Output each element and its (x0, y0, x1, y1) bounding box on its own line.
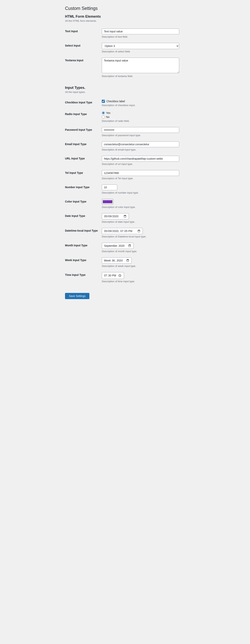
table-row: Datetime-local Input Type Description of… (65, 226, 185, 240)
table-row: Checkbox Input Type Checkbox label Descr… (65, 98, 185, 109)
save-settings-button[interactable]: Save Settings (65, 293, 89, 299)
week-input[interactable] (102, 258, 131, 264)
select-input-desc: Description of select field. (102, 50, 185, 53)
table-row: Week Input Type Description of week inpu… (65, 255, 185, 270)
textarea-input[interactable]: Textarea input value (102, 58, 179, 73)
table-row: Month Input Type Description of month in… (65, 240, 185, 255)
field-label-textarea-input: Textarea Input (65, 55, 100, 80)
page-title: Custom Settings (65, 6, 185, 11)
table-row: Time Input Type Description of time inpu… (65, 270, 185, 285)
field-label-color-input: Color Input Type (65, 196, 100, 211)
date-input[interactable] (102, 213, 129, 220)
month-input[interactable] (102, 243, 133, 249)
radio-input-no[interactable] (102, 116, 105, 118)
table-row: Number Input Type Description of number … (65, 182, 185, 196)
checkbox-input-desc: Description of checkbox input. (102, 104, 185, 107)
section-title-input-types: Input Types. (65, 86, 185, 90)
table-row: Select Input Option 1 Option 2 Option 3 … (65, 40, 185, 55)
time-input-desc: Description of time input type. (102, 280, 185, 283)
field-label-checkbox-input: Checkbox Input Type (65, 98, 100, 109)
field-label-datetime-local-input: Datetime-local Input Type (65, 226, 100, 240)
table-row: Date Input Type Description of date inpu… (65, 211, 185, 226)
field-label-tel-input: Tel Input Type (65, 168, 100, 182)
page-container: Custom Settings HTML Form Elements All t… (61, 0, 189, 311)
tel-input[interactable] (102, 170, 179, 176)
section-html-form-elements: HTML Form Elements All the HTML form ele… (65, 14, 185, 22)
email-input[interactable] (102, 142, 179, 147)
field-label-month-input: Month Input Type (65, 240, 100, 255)
table-row: Email Input Type Description of email in… (65, 139, 185, 154)
color-input-wrap (102, 199, 185, 205)
section-title-html-form: HTML Form Elements (65, 14, 185, 18)
table-row: Password Input Type Description of passw… (65, 125, 185, 139)
field-label-email-input: Email Input Type (65, 139, 100, 154)
checkbox-wrap: Checkbox label (102, 100, 185, 103)
radio-label-no: No (106, 116, 110, 118)
field-label-text-input: Text Input (65, 26, 100, 40)
field-label-week-input: Week Input Type (65, 255, 100, 270)
table-row: Radio Input Type Yes No Description of r (65, 109, 185, 125)
date-input-desc: Description of date input type. (102, 220, 185, 223)
section-desc-html-form: All the HTML form elements. (65, 20, 185, 22)
radio-input-desc: Description of radio field. (102, 120, 185, 122)
table-row: Textarea Input Textarea input value Desc… (65, 55, 185, 80)
color-input-desc: Description of color input type. (102, 206, 185, 208)
field-label-url-input: URL Input Type (65, 154, 100, 168)
table-row: URL Input Type Description of url input … (65, 154, 185, 168)
tel-input-desc: Description of Tel input type. (102, 177, 185, 180)
radio-input-yes[interactable] (102, 111, 105, 114)
field-label-date-input: Date Input Type (65, 211, 100, 226)
url-input[interactable] (102, 156, 179, 162)
password-input-desc: Description of password input type. (102, 134, 185, 137)
number-input[interactable] (102, 184, 117, 190)
textarea-input-desc: Description of textarea field. (102, 75, 185, 78)
month-input-desc: Description of month input type. (102, 250, 185, 253)
section-input-types: Input Types. All the input types. (65, 86, 185, 94)
text-input-desc: Description of text field. (102, 35, 185, 38)
section-desc-input-types: All the input types. (65, 90, 185, 94)
field-label-select-input: Select Input (65, 40, 100, 55)
radio-item-yes: Yes (102, 111, 185, 114)
radio-wrap: Yes No (102, 111, 185, 118)
select-input[interactable]: Option 1 Option 2 Option 3 Option 4 (102, 43, 179, 49)
time-input[interactable] (102, 272, 124, 279)
week-input-desc: Description of week input type. (102, 264, 185, 268)
radio-item-no: No (102, 116, 185, 118)
table-row: Color Input Type Description of color in… (65, 196, 185, 211)
checkbox-input[interactable] (102, 100, 105, 103)
text-input[interactable] (102, 28, 179, 34)
form-table-input-types: Checkbox Input Type Checkbox label Descr… (65, 98, 185, 285)
field-label-radio-input: Radio Input Type (65, 109, 100, 125)
number-input-desc: Description of number input type. (102, 191, 185, 194)
form-table-html-elements: Text Input Description of text field. Se… (65, 26, 185, 80)
email-input-desc: Description of email input type. (102, 148, 185, 151)
datetime-local-input-desc: Description of Datetime-local input type… (102, 235, 185, 238)
field-label-number-input: Number Input Type (65, 182, 100, 196)
field-label-password-input: Password Input Type (65, 125, 100, 139)
table-row: Text Input Description of text field. (65, 26, 185, 40)
field-label-time-input: Time Input Type (65, 270, 100, 285)
color-input[interactable] (102, 199, 113, 205)
table-row: Tel Input Type Description of Tel input … (65, 168, 185, 182)
url-input-desc: Description of url input type. (102, 162, 185, 166)
radio-label-yes: Yes (106, 111, 111, 114)
datetime-local-input[interactable] (102, 228, 143, 234)
checkbox-label: Checkbox label (107, 100, 125, 103)
password-input[interactable] (102, 127, 179, 133)
